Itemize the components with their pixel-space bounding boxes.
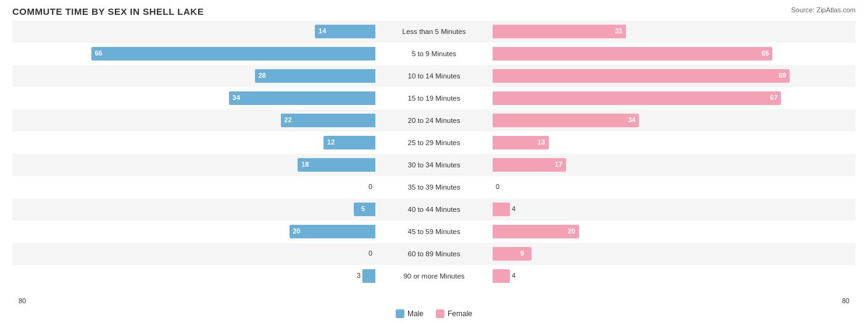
male-bar [91, 47, 375, 61]
female-value: 34 [628, 116, 635, 124]
female-value: 31 [615, 27, 622, 35]
male-bar [255, 69, 375, 83]
bar-label: 40 to 44 Minutes [407, 206, 460, 213]
bar-label: 25 to 29 Minutes [407, 139, 460, 146]
male-bar [298, 158, 375, 172]
legend-female-box [436, 309, 444, 318]
chart-row: 20 to 24 Minutes2234 [12, 109, 856, 132]
female-bar [493, 247, 532, 261]
source-label: Source: ZipAtlas.com [791, 6, 856, 14]
chart-row: 5 to 9 Minutes6665 [12, 43, 856, 65]
female-value: 4 [512, 205, 515, 212]
bar-label: 35 to 39 Minutes [407, 183, 460, 191]
chart-row: 10 to 14 Minutes2869 [12, 65, 856, 87]
chart-row: 45 to 59 Minutes2020 [12, 220, 856, 243]
legend: Male Female [396, 309, 472, 318]
female-value: 0 [496, 183, 499, 190]
chart-row: Less than 5 Minutes1431 [12, 20, 856, 43]
chart-row: 30 to 34 Minutes1817 [12, 154, 856, 176]
chart-row: 35 to 39 Minutes00 [12, 176, 856, 198]
bar-label: Less than 5 Minutes [403, 28, 466, 35]
chart-row: 60 to 89 Minutes09 [12, 243, 856, 265]
female-value: 67 [770, 94, 777, 101]
female-bar [493, 25, 626, 38]
male-value: 5 [361, 205, 365, 212]
male-value: 14 [319, 27, 326, 35]
chart-row: 40 to 44 Minutes54 [12, 198, 856, 220]
female-bar [493, 114, 639, 127]
bar-label: 20 to 24 Minutes [407, 117, 460, 124]
male-bar [362, 269, 375, 283]
male-value: 12 [327, 138, 335, 146]
bar-label: 45 to 59 Minutes [407, 228, 460, 235]
female-bar [493, 91, 781, 105]
male-value: 66 [94, 49, 102, 57]
male-value: 18 [301, 161, 309, 168]
legend-female-label: Female [448, 309, 472, 318]
chart-container: COMMUTE TIME BY SEX IN SHELL LAKE Source… [0, 0, 868, 323]
legend-male: Male [396, 309, 424, 318]
bar-label: 60 to 89 Minutes [407, 250, 460, 258]
bar-label: 30 to 34 Minutes [407, 161, 460, 169]
chart-row: 90 or more Minutes34 [12, 265, 856, 287]
legend-female: Female [436, 309, 472, 318]
chart-title: COMMUTE TIME BY SEX IN SHELL LAKE [12, 6, 856, 17]
male-bar [290, 225, 376, 238]
bar-label: 90 or more Minutes [403, 272, 464, 280]
male-value: 0 [369, 183, 372, 190]
chart-row: 25 to 29 Minutes1213 [12, 132, 856, 154]
male-value: 0 [369, 250, 372, 257]
male-value: 28 [258, 72, 265, 79]
bar-label: 15 to 19 Minutes [407, 94, 460, 102]
legend-male-box [396, 309, 404, 318]
female-bar [493, 225, 579, 238]
female-bar [493, 203, 510, 216]
female-bar [493, 69, 790, 83]
male-value: 3 [357, 272, 361, 279]
male-value: 22 [284, 116, 291, 124]
legend-male-label: Male [407, 309, 424, 318]
bar-label: 5 to 9 Minutes [412, 50, 456, 57]
axis-right-label: 80 [842, 297, 849, 304]
bars-area: Less than 5 Minutes14315 to 9 Minutes666… [12, 20, 856, 287]
axis-left-label: 80 [19, 297, 26, 304]
male-value: 20 [293, 227, 300, 235]
female-value: 17 [555, 161, 562, 168]
bar-label: 10 to 14 Minutes [407, 72, 460, 80]
female-bar [493, 47, 772, 61]
female-value: 4 [512, 272, 515, 279]
female-value: 13 [538, 138, 545, 146]
female-value: 9 [520, 250, 524, 257]
female-value: 69 [778, 72, 786, 79]
female-bar [493, 269, 510, 283]
female-value: 20 [568, 227, 575, 235]
chart-row: 15 to 19 Minutes3467 [12, 87, 856, 109]
male-bar [281, 114, 375, 127]
female-value: 65 [761, 49, 769, 57]
male-value: 34 [233, 94, 240, 101]
male-bar [229, 91, 375, 105]
